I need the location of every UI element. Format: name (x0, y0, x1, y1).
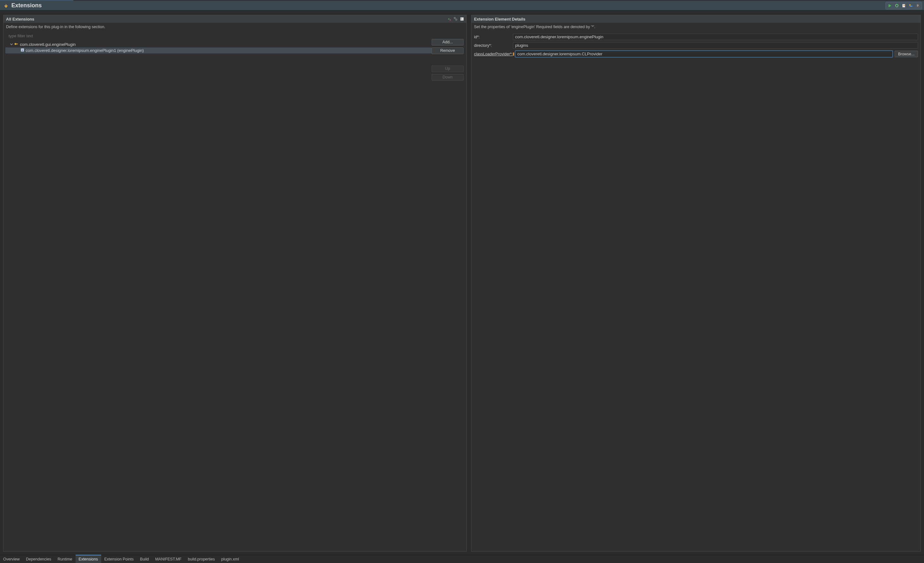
classloader-label[interactable]: classLoaderProvider*: (474, 52, 511, 56)
remove-button[interactable]: Remove (432, 47, 464, 54)
tab-overview[interactable]: Overview (0, 555, 23, 563)
sort-alpha-icon[interactable]: az (447, 17, 452, 21)
extension-point-icon (14, 42, 19, 47)
debug-icon[interactable] (894, 3, 900, 9)
down-button: Down (432, 74, 464, 81)
export-icon[interactable] (901, 3, 907, 9)
svg-text:x: x (22, 49, 23, 51)
tree-column: com.cloveretl.gui.enginePlugin x com.clo… (3, 32, 432, 551)
svg-rect-15 (16, 44, 18, 44)
tab-manifest[interactable]: MANIFEST.MF (152, 555, 184, 563)
all-extensions-body: com.cloveretl.gui.enginePlugin x com.clo… (3, 32, 466, 551)
tree-parent-row[interactable]: com.cloveretl.gui.enginePlugin (5, 41, 432, 47)
form-row-id: id*: (474, 33, 918, 41)
tab-plugin-xml[interactable]: plugin.xml (218, 555, 242, 563)
up-button: Up (432, 66, 464, 72)
extension-details-title: Extension Element Details (474, 17, 525, 21)
tab-build-properties[interactable]: build.properties (184, 555, 218, 563)
form-row-classloader: classLoaderProvider*: Browse... (474, 50, 918, 58)
svg-rect-9 (456, 19, 457, 20)
editor-header: Extensions ? (0, 1, 924, 11)
browse-button[interactable]: Browse... (895, 51, 918, 57)
element-icon: x (21, 48, 24, 53)
help-icon[interactable]: ? (915, 3, 921, 9)
tree-child-label: com.cloveretl.designer.loremipsum.engine… (26, 48, 144, 53)
all-extensions-subtitle: Define extensions for this plug-in in th… (3, 23, 466, 32)
id-label: id*: (474, 35, 511, 39)
svg-point-0 (896, 5, 898, 7)
collapse-all-icon[interactable] (453, 17, 458, 21)
extension-details-header: Extension Element Details (471, 15, 921, 23)
svg-rect-10 (454, 18, 455, 18)
page-title: Extensions (11, 2, 42, 9)
directory-input[interactable] (513, 42, 918, 49)
top-accent-line (0, 0, 924, 1)
header-left: Extensions (3, 2, 42, 9)
organize-manifest-icon[interactable] (908, 3, 914, 9)
svg-rect-2 (909, 5, 911, 5)
run-icon[interactable] (887, 3, 893, 9)
filter-wrap (5, 32, 432, 41)
extensions-tree[interactable]: com.cloveretl.gui.enginePlugin x com.clo… (5, 41, 432, 551)
editor-bottom-tabs: Overview Dependencies Runtime Extensions… (0, 555, 924, 563)
classloader-input[interactable] (515, 51, 893, 57)
tree-side-buttons: Add... Remove Up Down (432, 32, 466, 551)
directory-label: directory*: (474, 44, 511, 48)
tab-runtime[interactable]: Runtime (54, 555, 76, 563)
show-tree-icon[interactable] (459, 17, 465, 21)
svg-rect-12 (461, 18, 462, 18)
extension-details-subtitle: Set the properties of 'enginePlugin' Req… (471, 23, 921, 32)
tab-extensions[interactable]: Extensions (76, 555, 101, 563)
filter-text-input[interactable] (6, 32, 430, 39)
svg-rect-1 (903, 4, 905, 7)
tree-parent-label: com.cloveretl.gui.enginePlugin (20, 42, 76, 47)
all-extensions-panel: All Extensions az Define extensions for … (3, 15, 467, 552)
extension-details-panel: Extension Element Details Set the proper… (471, 15, 921, 552)
chevron-down-icon[interactable] (10, 43, 13, 46)
svg-text:z: z (450, 18, 451, 21)
svg-text:?: ? (917, 4, 919, 7)
all-extensions-title: All Extensions (6, 17, 34, 21)
main-area: All Extensions az Define extensions for … (0, 11, 924, 555)
tab-dependencies[interactable]: Dependencies (23, 555, 54, 563)
plug-icon (3, 3, 9, 9)
all-extensions-header: All Extensions az (3, 15, 466, 23)
tab-extension-points[interactable]: Extension Points (101, 555, 137, 563)
form-row-directory: directory*: (474, 41, 918, 50)
dirty-marker-icon (513, 53, 514, 56)
tree-child-row[interactable]: x com.cloveretl.designer.loremipsum.engi… (5, 47, 432, 54)
header-toolbar: ? (885, 2, 922, 9)
add-button[interactable]: Add... (432, 39, 464, 45)
tab-build[interactable]: Build (137, 555, 152, 563)
all-extensions-toolbar: az (447, 17, 465, 21)
id-input[interactable] (513, 33, 918, 40)
details-form: id*: directory*: classLoaderProvider*: B… (471, 32, 921, 60)
svg-rect-3 (911, 6, 912, 7)
